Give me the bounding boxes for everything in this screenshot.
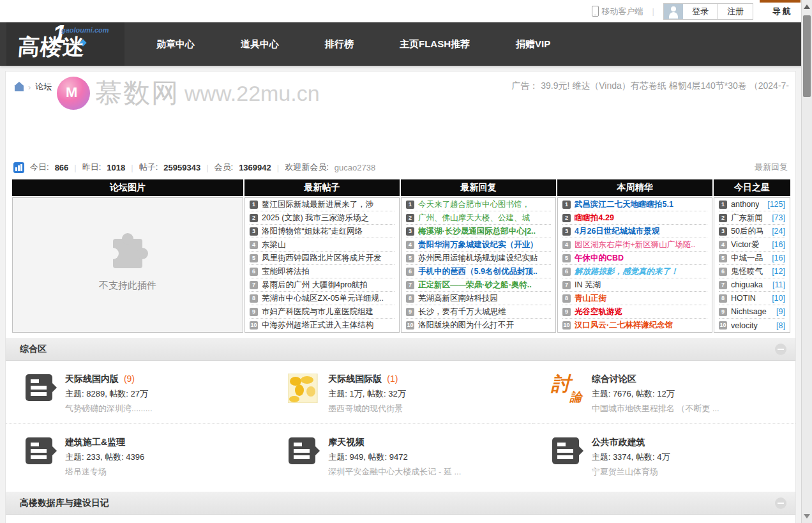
- latest-post-item-link[interactable]: 洛阳博物馆“姐妹花”走红网络: [262, 226, 363, 237]
- forum-stats: 主题: 233, 帖数: 4396: [65, 451, 144, 463]
- forum-cell[interactable]: 400米级及以上 (3)主题: 35, 帖数: 3万: [6, 515, 269, 523]
- forum-title-link[interactable]: 天际线国际版 (1): [328, 374, 405, 385]
- forum-latest-desc[interactable]: 深圳平安金融中心大楼成长记 - 延 ...: [328, 466, 461, 478]
- star-username-link[interactable]: velocity: [731, 321, 758, 330]
- scrollbar-thumb[interactable]: [803, 15, 811, 97]
- nav-toggle-button[interactable]: 导航: [772, 6, 793, 17]
- latest-reply-item-link[interactable]: 洛阳版块的图为什么打不开: [418, 320, 514, 331]
- latest-reply-item-link[interactable]: 贵阳华润万象城建设纪实（开业）: [418, 239, 538, 250]
- forum-title-link[interactable]: 综合讨论区: [592, 374, 719, 385]
- forum-cell[interactable]: 建筑施工&监理主题: 233, 帖数: 4396塔吊迷专场: [6, 424, 269, 487]
- latest-reply-link[interactable]: 最新回复: [755, 162, 788, 173]
- star-username-link[interactable]: 50后的马: [731, 226, 763, 237]
- nav-item-4[interactable]: 捐赠VIP: [493, 22, 573, 66]
- star-post-count[interactable]: [125]: [767, 200, 785, 209]
- star-post-count[interactable]: [24]: [772, 227, 785, 236]
- star-post-count[interactable]: [12]: [772, 267, 785, 276]
- latest-post-item: 9市妇产科医院与市儿童医院组建: [250, 305, 395, 319]
- forum-cell[interactable]: 公共市政建筑主题: 3374, 帖数: 4万宁夏贺兰山体育场: [532, 424, 795, 487]
- star-username-link[interactable]: 广东新闻: [731, 213, 763, 224]
- scroll-up-arrow-icon[interactable]: [804, 4, 810, 9]
- forum-title-link[interactable]: 公共市政建筑: [592, 437, 670, 448]
- collapse-section-button[interactable]: [775, 497, 786, 509]
- latest-post-item-link[interactable]: 凤里街西钟园路北片区将成片开发: [262, 253, 382, 264]
- star-post-count[interactable]: [16]: [772, 254, 785, 262]
- star-username-link[interactable]: chiguaka: [731, 280, 763, 289]
- page-scrollbar[interactable]: [801, 0, 812, 523]
- star-username-link[interactable]: 鬼怪喷气: [731, 266, 763, 277]
- weekly-best-item-link[interactable]: 光谷空轨游览: [575, 307, 622, 317]
- latest-reply-item-link[interactable]: 芜湖高新区南站科技园: [418, 293, 498, 304]
- weekly-best-item-link[interactable]: 园区湖东右岸街+新区狮山广场随..: [575, 239, 695, 250]
- forum-latest-desc[interactable]: 墨西哥城的现代街景: [328, 403, 405, 414]
- forum-latest-desc[interactable]: 气势磅礴的深圳湾.........: [65, 403, 153, 414]
- latest-reply-item-link[interactable]: 长沙，要有千万大城思维: [418, 307, 506, 317]
- latest-reply-item-link[interactable]: 苏州民用运输机场规划建设纪实贴: [418, 253, 538, 264]
- latest-post-item-link[interactable]: 宝能即将法拍: [262, 266, 310, 277]
- forum-cell[interactable]: 300米级别主题: 408, 帖数: 23万: [269, 515, 532, 523]
- weekly-best-item-link[interactable]: 青山正街: [575, 293, 606, 304]
- star-username-link[interactable]: Victor爱: [731, 239, 759, 250]
- new-member-link[interactable]: gucao2738: [335, 163, 375, 172]
- weekly-best-item-link[interactable]: 武昌滨江二七天地瞎瞎拍5.1: [575, 199, 673, 210]
- star-post-count[interactable]: [9]: [776, 307, 785, 316]
- nav-item-0[interactable]: 勋章中心: [133, 22, 218, 66]
- login-button[interactable]: 登录: [683, 4, 718, 19]
- star-username-link[interactable]: anthony: [731, 200, 759, 209]
- forum-latest-desc[interactable]: 中国城市地铁里程排名 （不断更 ...: [592, 403, 719, 414]
- weekly-best-item-link[interactable]: IN 芜湖: [575, 280, 601, 291]
- forum-title-link[interactable]: 天际线国内版 (9): [65, 374, 153, 385]
- weekly-best-item-link[interactable]: 瞎瞎拍4.29: [575, 213, 614, 224]
- forum-latest-desc[interactable]: 塔吊迷专场: [65, 466, 144, 478]
- weekly-best-item-link[interactable]: 汉口风云·二七林祥谦纪念馆: [575, 320, 673, 331]
- rank-badge: 5: [250, 254, 258, 262]
- ad-text[interactable]: 广告： 39.9元! 维达（Vinda）有芯卷纸 棉韧4层140节*30卷 （2…: [511, 80, 789, 92]
- star-post-count[interactable]: [73]: [772, 213, 785, 222]
- star-username-link[interactable]: Nichtsage: [731, 307, 767, 316]
- mobile-client-link[interactable]: 移动客户端: [592, 6, 643, 17]
- rank-badge: 7: [250, 281, 258, 289]
- star-post-count[interactable]: [10]: [772, 294, 785, 303]
- divider: |: [74, 163, 76, 172]
- star-username-link[interactable]: HOTIN: [731, 294, 756, 303]
- breadcrumb-forum-link[interactable]: 论坛: [35, 81, 52, 93]
- latest-reply-item-link[interactable]: 梅溪湖·长沙晟通国际总部中心|2..: [418, 226, 536, 237]
- register-button[interactable]: 注册: [718, 4, 753, 19]
- latest-post-item-link[interactable]: 2025 (文旅) 我市三家游乐场之: [262, 213, 369, 224]
- latest-post-item-link[interactable]: 暴雨后的广州 大疆御4pro航拍: [262, 280, 368, 291]
- rank-badge: 10: [406, 321, 414, 330]
- latest-reply-item-link[interactable]: 手机中的琶西（5.9名创优品封顶..: [418, 266, 538, 277]
- star-post-count[interactable]: [8]: [776, 321, 785, 330]
- nav-item-1[interactable]: 道具中心: [218, 22, 302, 66]
- forum-cell[interactable]: 天际线国内版 (9)主题: 8289, 帖数: 27万气势磅礴的深圳湾.....…: [6, 361, 269, 424]
- latest-post-item-link[interactable]: 市妇产科医院与市儿童医院组建: [262, 307, 373, 317]
- forum-title-link[interactable]: 摩天视频: [328, 437, 461, 448]
- weekly-best-item-link[interactable]: 午休中的CBD: [575, 253, 624, 264]
- forum-latest-desc[interactable]: 宁夏贺兰山体育场: [592, 466, 670, 478]
- collapse-section-button[interactable]: [775, 344, 786, 355]
- latest-post-item-link[interactable]: 中海苏州超塔正式进入主体结构: [262, 320, 373, 331]
- forum-cell[interactable]: 摩天视频主题: 949, 帖数: 9472深圳平安金融中心大楼成长记 - 延 .…: [269, 424, 532, 487]
- section-title[interactable]: 高楼数据库与建设日记: [20, 497, 109, 509]
- star-post-count[interactable]: [11]: [772, 280, 785, 289]
- site-logo[interactable]: 1 gaoloumi.com 高楼迷: [6, 22, 124, 66]
- weekly-best-item-link[interactable]: 解放路掠影，感觉真的来了！: [575, 266, 679, 277]
- forum-title-link[interactable]: 建筑施工&监理: [65, 437, 144, 448]
- section-title[interactable]: 综合区: [20, 344, 47, 355]
- latest-post-item-link[interactable]: 鳌江国际新城最新进展来了，涉: [262, 199, 373, 210]
- latest-reply-item-link[interactable]: 正定新区——荣鼎·砂之船-奥特..: [418, 280, 532, 291]
- star-username-link[interactable]: 中城一品: [731, 253, 763, 264]
- latest-post-item-link[interactable]: 芜湖市中心城区ZX-05单元详细规..: [262, 293, 384, 304]
- latest-reply-item-link[interactable]: 广州、佛山摩天大楼、公建、城: [418, 213, 530, 224]
- weekly-best-item-link[interactable]: 4月26日世纪城城市景观: [575, 226, 659, 237]
- nav-item-3[interactable]: 主页FLASH推荐: [377, 22, 493, 66]
- latest-post-item-link[interactable]: 东梁山: [262, 239, 286, 250]
- home-icon[interactable]: [15, 86, 24, 91]
- star-post-count[interactable]: [16]: [772, 240, 785, 249]
- nav-item-2[interactable]: 排行榜: [302, 22, 377, 66]
- scroll-down-arrow-icon[interactable]: [804, 514, 810, 519]
- forum-cell[interactable]: 討論综合讨论区主题: 7676, 帖数: 12万中国城市地铁里程排名 （不断更 …: [532, 361, 795, 424]
- latest-reply-item-link[interactable]: 今天来了趟合肥市中心图书馆，: [418, 199, 530, 210]
- forum-cell[interactable]: 天际线国际版 (1)主题: 1万, 帖数: 32万墨西哥城的现代街景: [269, 361, 532, 424]
- forum-cell[interactable]: 200米级别主题: 1818, 帖数: 11万: [532, 515, 795, 523]
